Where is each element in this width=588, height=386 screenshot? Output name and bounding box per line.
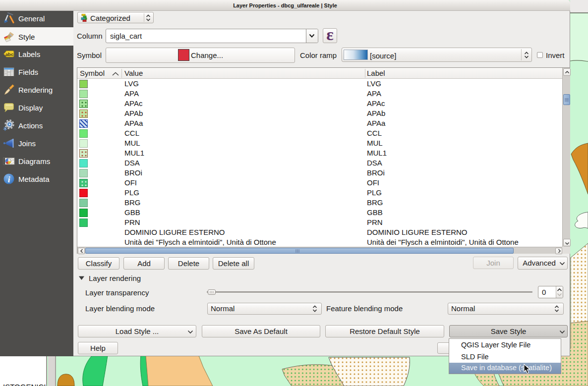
svg-text:i: i — [8, 175, 10, 184]
svg-text:abc: abc — [5, 52, 13, 57]
